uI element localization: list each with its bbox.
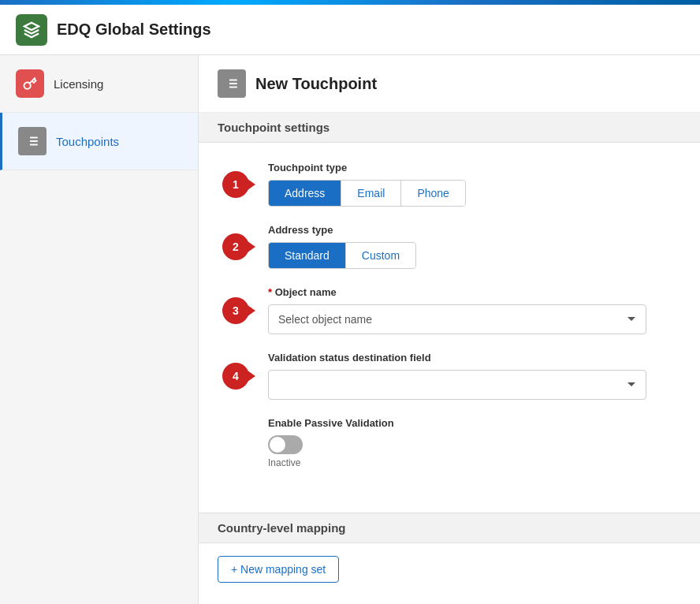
object-name-label: Object name [268,286,681,298]
address-type-group: 2 Address type Standard Custom [268,224,681,269]
licensing-icon [16,69,44,98]
page-title: New Touchpoint [255,75,377,93]
page-header-icon [218,69,246,98]
sidebar-licensing-label: Licensing [54,77,103,91]
step-badge-2: 2 [222,233,249,260]
touchpoint-type-label: Touchpoint type [268,162,681,173]
main-content: New Touchpoint Touchpoint settings 1 Tou… [199,55,700,604]
validation-status-label: Validation status destination field [268,352,681,364]
touchpoint-type-address[interactable]: Address [269,181,341,206]
app-header: EDQ Global Settings [0,5,700,55]
app-title: EDQ Global Settings [57,21,211,39]
country-mapping-header: Country-level mapping [199,513,700,543]
toggle-wrapper: Inactive [268,435,681,468]
app-header-icon [16,14,47,46]
new-mapping-button[interactable]: + New mapping set [218,556,339,583]
passive-validation-label: Enable Passive Validation [268,417,681,429]
touchpoint-type-buttons: Address Email Phone [268,180,466,207]
touchpoints-icon [18,127,47,155]
object-name-select[interactable]: Select object name [268,304,646,334]
validation-status-group: 4 Validation status destination field [268,352,681,400]
step-badge-4: 4 [222,363,249,390]
step-badge-1: 1 [222,171,249,198]
touchpoint-settings-header: Touchpoint settings [199,113,700,143]
passive-validation-toggle[interactable] [268,435,303,454]
step-badge-3: 3 [222,297,249,324]
address-type-standard[interactable]: Standard [269,243,346,268]
sidebar: Licensing Touchpoints [0,55,199,604]
sidebar-item-licensing[interactable]: Licensing [0,55,198,113]
touchpoint-type-phone[interactable]: Phone [401,181,464,206]
address-type-label: Address type [268,224,681,236]
layout: Licensing Touchpoints [0,55,700,604]
address-type-buttons: Standard Custom [268,242,416,269]
sidebar-touchpoints-label: Touchpoints [56,135,119,148]
passive-validation-group: Enable Passive Validation Inactive [268,417,681,468]
form-content: 1 Touchpoint type Address Email Phone 2 … [199,143,700,505]
address-type-custom[interactable]: Custom [346,243,415,268]
validation-status-select[interactable] [268,370,646,400]
page-header: New Touchpoint [199,55,700,113]
sidebar-item-touchpoints[interactable]: Touchpoints [0,113,198,170]
object-name-group: 3 Object name Select object name [268,286,681,334]
touchpoint-type-email[interactable]: Email [341,181,401,206]
touchpoint-type-group: 1 Touchpoint type Address Email Phone [268,162,681,207]
passive-validation-status: Inactive [268,457,681,468]
